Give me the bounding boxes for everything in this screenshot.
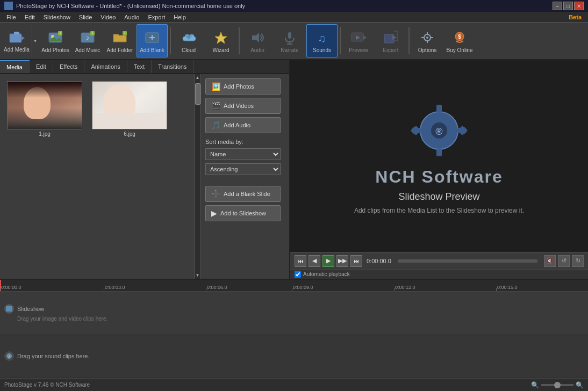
step-forward-button[interactable]: ▶▶ (336, 255, 348, 267)
svg-text:$: $ (458, 34, 461, 40)
toolbar-export[interactable]: Export (375, 24, 406, 57)
tab-transitions[interactable]: Transitions (152, 60, 193, 73)
tab-text[interactable]: Text (127, 60, 152, 73)
toolbar-add-photos[interactable]: + Add Photos (40, 24, 71, 57)
mute-button[interactable]: 🔇 (544, 255, 556, 267)
menu-slideshow[interactable]: Slideshow (39, 13, 75, 21)
audio-track-label: Drag your sound clips here. (17, 353, 90, 359)
toolbar-options[interactable]: Options (412, 24, 443, 57)
zoom-thumb[interactable] (554, 382, 561, 388)
toolbar-wizard[interactable]: Wizard (205, 24, 236, 57)
add-to-slideshow-button[interactable]: ▶ Add to Slideshow (205, 205, 281, 221)
loop-button[interactable]: ↺ (558, 255, 570, 267)
toolbar-narrate[interactable]: Narrate (274, 24, 305, 57)
svg-rect-20 (288, 32, 291, 39)
media-item[interactable]: 1.jpg (4, 78, 85, 140)
toolbar-sounds[interactable]: ♫ Sounds (306, 24, 338, 57)
slideshow-track-icon (4, 304, 14, 314)
play-button[interactable]: ▶ (322, 255, 334, 267)
svg-text:♫: ♫ (318, 32, 326, 44)
ruler-line (292, 288, 292, 291)
minimize-button[interactable]: – (553, 2, 562, 10)
zoom-out-button[interactable]: 🔍 (531, 381, 539, 389)
menu-edit[interactable]: Edit (20, 13, 39, 21)
sort-order-select[interactable]: Ascending Descending (205, 163, 281, 175)
autoplay-row: Automatic playback (290, 269, 588, 279)
menubar: File Edit Slideshow Slide Video Audio Ex… (0, 12, 588, 23)
slideshow-track: Slideshow Drag your image and video clip… (0, 292, 588, 335)
svg-text:♪: ♪ (86, 33, 90, 42)
toolbar-preview[interactable]: Preview (343, 24, 374, 57)
scroll-thumb[interactable] (195, 83, 200, 105)
right-actions-panel: 🖼️ Add Photos 🎬 Add Videos 🎵 Add Audio S… (200, 74, 289, 279)
toolbar-add-music[interactable]: ♪ + Add Music (72, 24, 103, 57)
autoplay-checkbox[interactable] (295, 271, 301, 278)
timeline-tracks: Slideshow Drag your image and video clip… (0, 292, 588, 378)
titlebar-controls[interactable]: – □ ✕ (553, 2, 584, 10)
add-videos-button[interactable]: 🎬 Add Videos (205, 98, 281, 114)
toolbar-add-folder[interactable]: + Add Folder (104, 24, 135, 57)
skip-to-start-button[interactable]: ⏮ (295, 255, 306, 267)
zoom-slider[interactable] (541, 384, 573, 386)
add-blank-icon (144, 29, 161, 46)
add-photos-button[interactable]: 🖼️ Add Photos (205, 78, 281, 95)
audio-icon (249, 29, 266, 46)
media-scrollbar[interactable]: ▲ ▼ (194, 74, 200, 279)
nch-logo: ® (385, 98, 493, 163)
menu-export[interactable]: Export (144, 13, 169, 21)
cloud-icon (180, 29, 197, 46)
cloud-label: Cloud (182, 47, 196, 53)
toolbar-add-blank[interactable]: Add Blank (137, 24, 168, 57)
toolbar-add-media[interactable]: Add Media ▼ (2, 24, 39, 57)
toolbar-cloud[interactable]: Cloud (173, 24, 204, 57)
skip-to-end-button[interactable]: ⏭ (350, 255, 362, 267)
add-photos-btn-icon: 🖼️ (211, 82, 220, 91)
menu-video[interactable]: Video (96, 13, 120, 21)
ruler-line (394, 288, 395, 291)
svg-text:♪: ♪ (8, 354, 10, 358)
tab-effects[interactable]: Effects (53, 60, 84, 73)
toolbar-audio[interactable]: Audio (242, 24, 273, 57)
tab-media[interactable]: Media (0, 60, 30, 73)
add-audio-button[interactable]: 🎵 Add Audio (205, 117, 281, 133)
statusbar: PhotoStage v 7.46 © NCH Software 🔍 🔍 (0, 378, 588, 391)
menu-help[interactable]: Help (169, 13, 190, 21)
scroll-up-arrow[interactable]: ▲ (195, 74, 201, 81)
maximize-button[interactable]: □ (563, 2, 573, 10)
timeline-scrubber[interactable] (398, 259, 537, 263)
add-media-arrow[interactable]: ▼ (33, 39, 38, 44)
menu-file[interactable]: File (2, 13, 20, 21)
add-blank-label: Add Blank (140, 47, 164, 53)
export-label: Export (383, 47, 399, 53)
toolbar-buy-online[interactable]: $ Buy Online (444, 24, 475, 57)
ruler-tick-1: 0:00:03.0 (105, 285, 125, 290)
sort-label: Sort media by: (205, 139, 285, 145)
sounds-icon: ♫ (313, 29, 331, 46)
scroll-down-arrow[interactable]: ▼ (195, 272, 201, 279)
close-button[interactable]: ✕ (574, 2, 584, 10)
add-videos-btn-icon: 🎬 (211, 102, 220, 110)
add-audio-btn-label: Add Audio (224, 122, 250, 128)
titlebar-left: PhotoStage by NCH Software - Untitled* -… (4, 2, 245, 10)
step-back-button[interactable]: ◀ (309, 255, 320, 267)
tab-edit[interactable]: Edit (30, 60, 53, 73)
media-item[interactable]: 6.jpg (89, 78, 170, 140)
add-music-label: Add Music (75, 47, 101, 53)
svg-text:+: + (124, 31, 126, 35)
loop-all-button[interactable]: ↻ (572, 255, 584, 267)
options-icon (419, 29, 436, 46)
svg-text:+: + (91, 31, 94, 35)
preview-icon (350, 29, 367, 46)
tab-animations[interactable]: Animations (84, 60, 127, 73)
nch-logo-area: ® NCH Software Slideshow Preview Add cli… (354, 98, 524, 214)
media-grid: 1.jpg 6.jpg (0, 74, 194, 279)
sort-by-select[interactable]: Name Date Size Type (205, 148, 281, 160)
add-media-label: Add Media (4, 47, 30, 53)
add-videos-btn-label: Add Videos (224, 103, 254, 109)
ruler-line (0, 288, 1, 291)
menu-slide[interactable]: Slide (75, 13, 96, 21)
svg-text:®: ® (435, 126, 442, 137)
zoom-in-button[interactable]: 🔍 (576, 381, 584, 389)
menu-audio[interactable]: Audio (120, 13, 144, 21)
add-blank-slide-button[interactable]: ➕ Add a Blank Slide (205, 186, 281, 202)
